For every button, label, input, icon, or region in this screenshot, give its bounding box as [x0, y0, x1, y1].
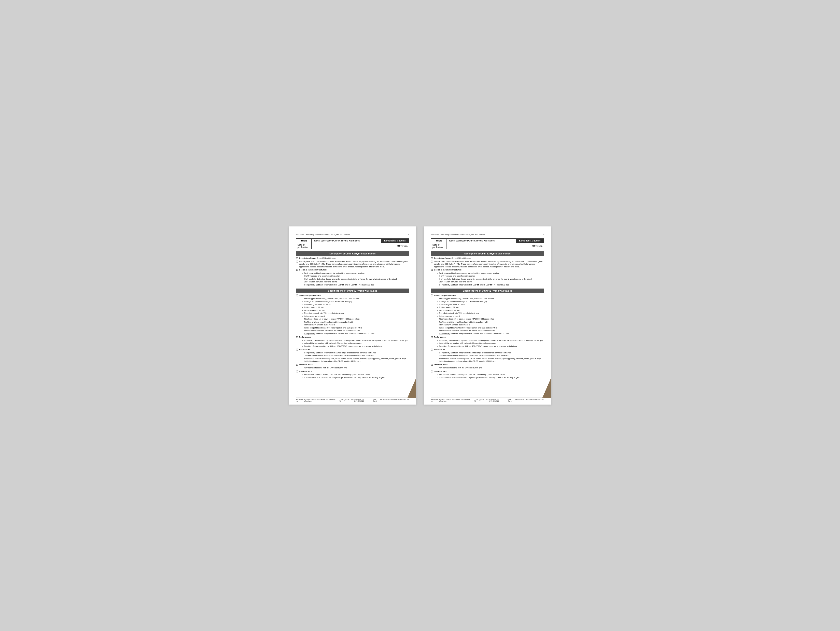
circle-icon	[431, 260, 433, 263]
footer2-web: www.aluvision.com	[530, 398, 544, 402]
bullet-item: Toolless connection of accessories thank…	[437, 355, 544, 357]
bullet-item: Drilling spacing: 62 mm	[302, 306, 409, 309]
footer-web: www.aluvision.com	[395, 398, 409, 402]
bullet-item: Compatibility and flush integration of H…	[302, 284, 409, 287]
bullet-item: Frames can be cut to any required size w…	[302, 373, 409, 376]
bullet-item: Reusability: A3 version is highly reusab…	[437, 339, 544, 342]
spec-item-custom: Customization: Frames can be cut to any …	[296, 370, 409, 379]
footer-vat: BTW-TVA: BE 0479.828.615	[354, 398, 373, 402]
std2-label: Standard sizes:	[434, 364, 448, 366]
bullet-item: Precision: 0,1mm precision of drillings …	[437, 345, 544, 348]
tech-label: Technical specifications:	[299, 294, 322, 297]
desc-value: The Omni-62 Hybrid frames are versatile …	[299, 260, 407, 268]
bullet-item: Velcro: hook is machine-rolled into the …	[437, 330, 544, 332]
title-label: TITLE	[296, 239, 311, 243]
design-label: Design & Installation features:	[299, 269, 327, 271]
bullet-item: Any frame size in line with the universa…	[302, 367, 409, 369]
desc-label: Description:	[299, 260, 310, 263]
bullet-item: Recycled content: min 75% recycled alumi…	[302, 312, 409, 315]
custom2-bullets: Frames can be cut to any required size w…	[434, 373, 544, 379]
page-number: 1	[408, 233, 409, 236]
title-label-2: TITLE	[431, 239, 447, 243]
desc-item-desc: Description: The Omni-62 Hybrid frames a…	[296, 260, 409, 268]
bullet-item: Frame Length & width: customizable	[302, 323, 409, 327]
corner-decoration-2	[542, 378, 551, 398]
design2-label: Design & Installation features:	[434, 269, 461, 271]
footer-address: Clemence Dosschestraat 44, 9800 Deinze (…	[305, 398, 339, 402]
spec-item-standard: Standard sizes: Any frame size in line w…	[296, 364, 409, 370]
corner-decoration	[407, 378, 416, 398]
page-footer-2: Aluvision nv · Clemence Dosschestraat 44…	[431, 397, 544, 402]
page-number-2: 1	[543, 233, 544, 236]
circle-icon	[296, 364, 298, 366]
circle-icon	[431, 364, 433, 366]
spec2-item-custom: Customization: Frames can be cut to any …	[431, 370, 544, 379]
bullet-item: Frame Types: Omni-62(+), Omni-62 Pro , P…	[302, 297, 409, 300]
desc2-label: Description:	[434, 260, 445, 263]
desc2-name-label: Description Name:	[434, 257, 451, 259]
bullet-item: Accessories include: mounting sets, VESA…	[302, 358, 409, 363]
footer2-email: info@aluvision.com	[515, 398, 529, 402]
footer-company: Aluvision nv	[296, 398, 304, 402]
bullet-item: Infills: compatible with Aluxibond (hard…	[437, 327, 544, 330]
perf2-label: Performance:	[434, 336, 446, 338]
footer2-vat: BTW-TVA: BE 0479.828.615	[489, 398, 508, 402]
specifications-header: Specifications of Omni-62 Hybrid wall fr…	[296, 289, 409, 293]
bullet-item: Velcro: hook is machine-rolled into the …	[302, 330, 409, 332]
bullet-item: Profiles: available straight and curved …	[437, 321, 544, 323]
bullet-item: Compatibility and flush integration of a…	[302, 352, 409, 355]
circle-icon	[431, 294, 433, 297]
spec-item-performance: Performance: Reusability: A3 version is …	[296, 336, 409, 348]
spec2-item-standard: Standard sizes: Any frame size in line w…	[431, 364, 544, 370]
bullet-item: D30 Drilling diameter: 30,6 mm	[437, 303, 544, 306]
tech-bullets: Frame Types: Omni-62(+), Omni-62 Pro , P…	[299, 297, 409, 335]
spec-item-technical: Technical specifications: Frame Types: O…	[296, 294, 409, 335]
description-content-2: Description Name: Omni-62 Hybrid frames …	[431, 257, 544, 287]
pages-container: Aluvision Product specifications Omni-62…	[289, 226, 551, 405]
brand-cell-2: Exhibitions & Events	[516, 239, 544, 243]
title-value: Product specification Omni-62 hybrid wal…	[311, 239, 381, 243]
bullet-item: High aesthetic distinctive design elemen…	[437, 278, 544, 281]
eu-version-2: EU-version	[516, 243, 544, 249]
page-footer: Aluvision nv · Clemence Dosschestraat 44…	[296, 397, 409, 402]
perf2-bullets: Reusability: A3 version is highly reusab…	[434, 339, 544, 348]
bullet-item: Customization options available for spec…	[302, 376, 409, 379]
perf-bullets: Reusability: A3 version is highly reusab…	[299, 339, 409, 348]
bullet-item: Adaptability: compatible with various in…	[437, 342, 544, 345]
desc-item-design: Design & Installation features: Fast, ea…	[296, 269, 409, 287]
desc-name-value: Omni-62 Hybrid frames	[316, 257, 336, 259]
circle-icon	[296, 269, 298, 271]
bullet-item: Finish: anodized (A) or powder coated (R…	[302, 318, 409, 320]
circle-icon	[431, 349, 433, 350]
footer2-phone: T +32 (0)9 381 54 70	[474, 398, 488, 402]
bullet-item: Toolless connection of accessories thank…	[302, 355, 409, 357]
acc-bullets: Compatibility and flush integration of a…	[299, 352, 409, 363]
bullet-item: Drillings: A3 (with D30 drillings) and A…	[437, 300, 544, 303]
eu-version: EU-version	[381, 243, 409, 249]
footer-email: info@aluvision.com	[380, 398, 395, 402]
bullet-item: Any frame size in line with the universa…	[437, 367, 544, 369]
desc2-item-design: Design & Installation features: Fast, ea…	[431, 269, 544, 287]
custom-label: Customization:	[299, 370, 313, 372]
acc2-bullets: Compatibility and flush integration of a…	[434, 352, 544, 363]
bullet-item: 360° solution for walls, floor and ceili…	[437, 281, 544, 284]
spec2-item-technical: Technical specifications: Frame Types: O…	[431, 294, 544, 335]
acc-label: Accessories:	[299, 348, 311, 350]
circle-icon	[296, 257, 298, 259]
footer-rpr: RPR Gent	[373, 398, 380, 402]
custom2-label: Customization:	[434, 370, 448, 372]
desc-item-name: Description Name: Omni-62 Hybrid frames	[296, 257, 409, 260]
date-label: Date of publication	[296, 243, 311, 249]
bullet-item: High aesthetic distinctive design elemen…	[302, 278, 409, 281]
spec2-item-accessories: Accessories: Compatibility and flush int…	[431, 348, 544, 363]
desc2-item-name: Description Name: Omni-62 Hybrid frames	[431, 257, 544, 260]
bullet-item: Frames can be cut to any required size w…	[437, 373, 544, 376]
footer-phone: T +32 (0)9 381 54 70	[339, 398, 353, 402]
page-header: Aluvision Product specifications Omni-62…	[296, 233, 409, 236]
std-label: Standard sizes:	[299, 364, 313, 366]
footer2-address: Clemence Dosschestraat 44, 9800 Deinze (…	[439, 398, 474, 402]
bullet-item: Fast, easy and toolless assembly for an …	[302, 272, 409, 275]
description-content: Description Name: Omni-62 Hybrid frames …	[296, 257, 409, 287]
bullet-item: Frame thickness: 62 mm	[437, 309, 544, 312]
std-bullets: Any frame size in line with the universa…	[299, 367, 409, 369]
